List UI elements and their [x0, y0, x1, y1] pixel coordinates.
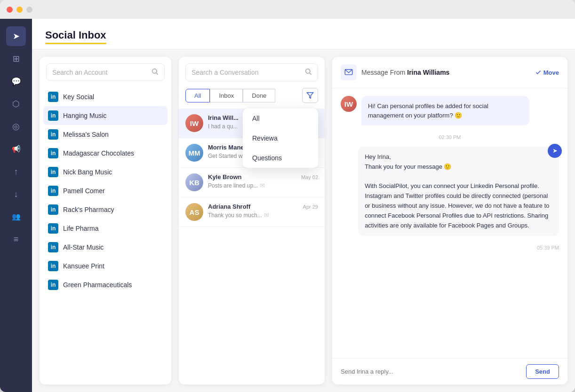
conversation-avatar: KB	[185, 173, 203, 191]
download-icon: ↓	[14, 189, 18, 199]
tab-inbox[interactable]: Inbox	[210, 89, 243, 102]
account-name: Nick Bang Music	[63, 168, 112, 176]
account-item[interactable]: in Pamell Comer	[43, 181, 168, 200]
chat-icon: 💬	[11, 77, 21, 86]
message-body: IW Hi! Can personal profiles be added fo…	[332, 88, 567, 358]
conversation-name-row: Adriana Shroff Apr 29	[208, 203, 318, 210]
account-list: in Key Social in Hanging Music in Meliss…	[40, 87, 171, 384]
tab-all[interactable]: All	[185, 89, 210, 102]
account-search-input[interactable]	[52, 69, 147, 76]
sidebar-item-campaigns[interactable]: 📢	[6, 139, 26, 159]
megaphone-icon: 📢	[12, 145, 21, 153]
reply-input[interactable]	[341, 368, 521, 375]
account-item[interactable]: in Nick Bang Music	[43, 163, 168, 181]
sidebar-item-send[interactable]: ➤	[6, 26, 26, 46]
message-header-title: Message From Irina Williams	[361, 69, 449, 76]
sidebar-item-list[interactable]: ≡	[6, 229, 26, 249]
svg-point-0	[152, 69, 157, 73]
linkedin-icon: in	[48, 280, 58, 290]
titlebar	[0, 0, 575, 19]
account-name: Rack's Pharmacy	[63, 206, 114, 213]
account-item[interactable]: in Melissa's Salon	[43, 125, 168, 144]
mail-icon: ✉	[260, 182, 265, 189]
sidebar-item-dashboard[interactable]: ⊞	[6, 49, 26, 69]
dropdown-item-questions[interactable]: Questions	[243, 148, 318, 168]
main-content: Social Inbox	[32, 19, 575, 392]
svg-line-3	[310, 73, 311, 75]
filter-dropdown: All Reviewa Questions	[243, 109, 318, 168]
dropdown-item-reviews[interactable]: Reviewa	[243, 128, 318, 148]
conversation-meta: Posts are lined up... ✉	[208, 181, 318, 189]
linkedin-icon: in	[48, 148, 58, 158]
linkedin-icon: in	[48, 242, 58, 252]
incoming-message-row: IW Hi! Can personal profiles be added fo…	[341, 96, 559, 125]
conversation-item[interactable]: KB Kyle Brown May 02 Posts are lined up.…	[179, 168, 325, 197]
account-search-bar[interactable]	[46, 63, 165, 81]
account-item[interactable]: in Key Social	[43, 87, 168, 106]
linkedin-icon: in	[48, 204, 58, 215]
conversation-name: Adriana Shroff	[208, 203, 250, 210]
account-item[interactable]: in Madagascar Chocolates	[43, 144, 168, 163]
page-header: Social Inbox	[32, 19, 575, 49]
account-name: Life Pharma	[63, 225, 98, 232]
account-item[interactable]: in Kansuee Print	[43, 257, 168, 275]
sender-avatar: IW	[341, 96, 357, 112]
account-item[interactable]: in Hanging Music	[43, 106, 168, 125]
message-header: Message From Irina Williams Move	[332, 57, 567, 88]
sidebar-item-network[interactable]: ⬡	[6, 94, 26, 114]
conversation-search-icon	[304, 68, 312, 77]
outgoing-time: 05:39 PM	[537, 245, 559, 251]
conversation-avatar: AS	[185, 203, 203, 221]
conversation-avatar: IW	[185, 114, 203, 132]
outgoing-message-wrap: ➤ Hey Irina, Thank you for your message …	[341, 147, 559, 236]
sidebar-item-downloads[interactable]: ↓	[6, 184, 26, 204]
account-name: Melissa's Salon	[63, 131, 109, 138]
linkedin-icon: in	[48, 110, 58, 121]
mail-icon: ✉	[264, 212, 269, 219]
incoming-bubble: Hi! Can personal profiles be added for s…	[361, 96, 529, 125]
network-icon: ⬡	[12, 99, 20, 109]
dropdown-item-all[interactable]: All	[243, 109, 318, 128]
sidebar-item-team[interactable]: 👥	[6, 207, 26, 227]
conversation-info: Adriana Shroff Apr 29 Thank you so much.…	[208, 203, 318, 219]
outgoing-bubble: ➤ Hey Irina, Thank you for your message …	[358, 147, 559, 236]
account-search-icon	[151, 68, 159, 77]
account-name: Green Pharmaceuticals	[63, 281, 132, 289]
linkedin-icon: in	[48, 167, 58, 177]
account-name: Kansuee Print	[63, 262, 104, 270]
account-item[interactable]: in Life Pharma	[43, 219, 168, 238]
tab-done[interactable]: Done	[243, 89, 275, 102]
conversation-search-bar[interactable]	[185, 63, 318, 81]
tabs-row: All Inbox Done	[179, 88, 325, 109]
account-item[interactable]: in Rack's Pharmacy	[43, 200, 168, 219]
send-button[interactable]: Send	[526, 364, 559, 379]
sent-icon: ➤	[548, 144, 562, 158]
chart-icon: ↑	[14, 167, 18, 177]
sidebar-item-support[interactable]: ◎	[6, 117, 26, 136]
filter-button[interactable]	[302, 88, 318, 103]
account-item[interactable]: in Green Pharmaceuticals	[43, 275, 168, 294]
account-name: All-Star Music	[63, 243, 104, 251]
conversation-meta: Thank you so much... ✉	[208, 211, 318, 219]
linkedin-icon: in	[48, 129, 58, 140]
account-name: Madagascar Chocolates	[63, 149, 134, 157]
conversation-preview: Thank you so much...	[208, 212, 262, 219]
conversation-search-input[interactable]	[192, 69, 301, 76]
minimize-button[interactable]	[16, 7, 23, 13]
sidebar-item-analytics[interactable]: ↑	[6, 162, 26, 181]
conversation-info: Kyle Brown May 02 Posts are lined up... …	[208, 173, 318, 189]
svg-line-1	[156, 73, 158, 75]
fullscreen-button[interactable]	[26, 7, 32, 13]
account-item[interactable]: in All-Star Music	[43, 238, 168, 257]
sidebar: ➤ ⊞ 💬 ⬡ ◎ 📢 ↑ ↓ 👥	[0, 19, 32, 392]
linkedin-icon: in	[48, 261, 58, 271]
conversation-preview: Posts are lined up...	[208, 182, 258, 189]
conversation-name: Morris Mane	[208, 144, 244, 151]
move-button[interactable]: Move	[535, 69, 559, 76]
close-button[interactable]	[7, 7, 13, 13]
sidebar-item-inbox[interactable]: 💬	[6, 71, 26, 91]
accounts-panel: in Key Social in Hanging Music in Meliss…	[40, 57, 171, 384]
conversation-item[interactable]: AS Adriana Shroff Apr 29 Thank you so mu…	[179, 197, 325, 227]
linkedin-icon: in	[48, 186, 58, 196]
list-icon: ≡	[14, 235, 19, 244]
